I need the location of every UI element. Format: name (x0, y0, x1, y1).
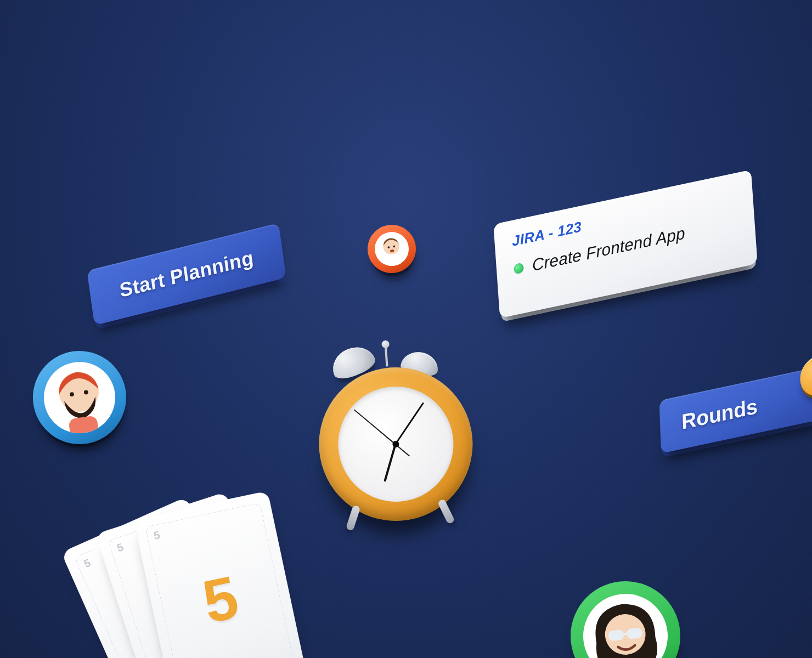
planning-cards-stack[interactable]: 5 5 5 5 5 5 5 (75, 483, 342, 658)
avatar-sunglasses-woman-icon (579, 589, 672, 658)
planning-card-front[interactable]: 5 5 5 (133, 491, 307, 658)
avatar-bearded-man-icon (40, 358, 120, 438)
svg-rect-8 (386, 254, 402, 267)
card-corner-value: 5 (82, 557, 93, 571)
svg-rect-3 (68, 415, 99, 438)
rounds-button-group: Rounds 3 (659, 366, 812, 453)
card-corner-value: 5 (115, 541, 125, 554)
clock-foot-right-icon (437, 498, 455, 524)
clock-hammer-icon (385, 346, 388, 367)
avatar-chip-orange[interactable] (364, 221, 420, 277)
start-planning-button[interactable]: Start Planning (87, 223, 286, 326)
avatar-chip-green[interactable] (565, 576, 686, 658)
avatar-chip-blue[interactable] (27, 345, 132, 450)
rounds-label: Rounds (681, 394, 758, 434)
rounds-button[interactable]: Rounds (659, 366, 812, 453)
alarm-clock-icon (300, 323, 490, 543)
status-dot-icon (514, 262, 524, 274)
card-corner-value: 5 (280, 656, 289, 658)
clock-foot-left-icon (346, 505, 361, 531)
start-planning-label: Start Planning (118, 246, 255, 303)
card-corner-value: 5 (153, 529, 161, 542)
jira-ticket-card[interactable]: JIRA - 123 Create Frontend App (493, 169, 757, 318)
card-main-value: 5 (197, 561, 244, 637)
avatar-small-person-icon (372, 229, 411, 269)
